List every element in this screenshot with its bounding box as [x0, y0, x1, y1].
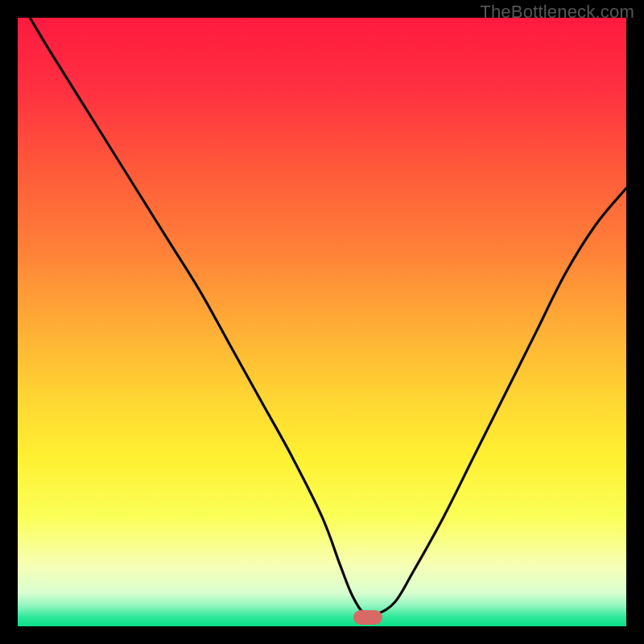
watermark-text: TheBottleneck.com — [480, 2, 634, 23]
plot-area — [18, 18, 626, 626]
bottleneck-curve — [30, 18, 626, 616]
optimal-point-marker — [353, 610, 382, 625]
chart-frame: TheBottleneck.com — [0, 0, 644, 644]
bottleneck-curve-svg — [18, 18, 626, 626]
